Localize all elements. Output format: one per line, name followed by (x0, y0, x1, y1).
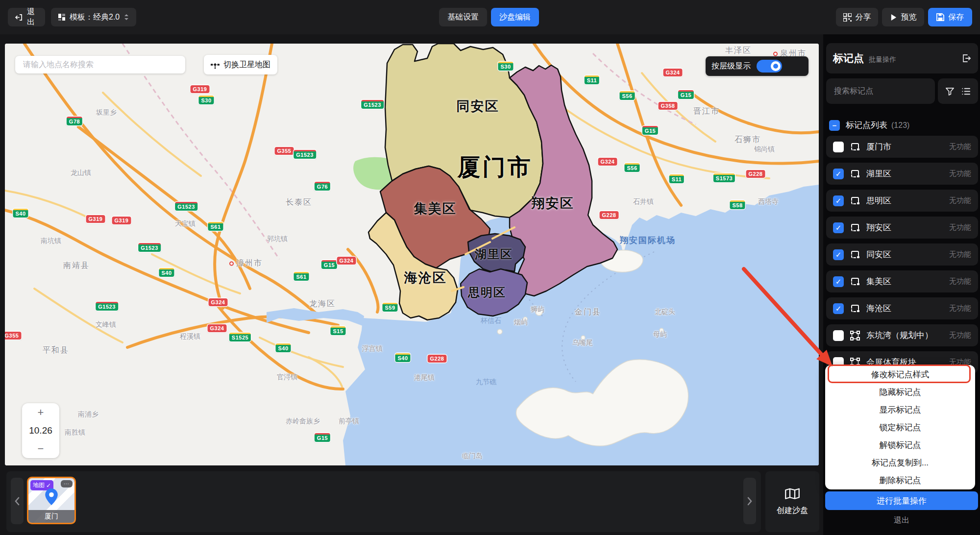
share-button[interactable]: 分享 (836, 8, 878, 26)
layer-toggle: 按层级显示 (706, 56, 808, 76)
map-label: 母屿 (653, 330, 667, 339)
folded-map-icon (785, 488, 800, 501)
tab-sandbox-edit[interactable]: 沙盘编辑 (491, 8, 539, 26)
marker-checkbox[interactable] (833, 330, 844, 341)
strip-next-button[interactable] (743, 478, 756, 524)
road-badge: S40 (275, 343, 291, 352)
map-label: 烟屿 (514, 318, 528, 327)
road-badge: S1573 (713, 173, 735, 182)
select-all-checkbox[interactable]: – (829, 120, 840, 131)
road-badge: G319 (86, 215, 105, 223)
map-canvas[interactable]: 厦门市同安区翔安区集美区海沧区湖里区思明区漳州市泉州市晋江市石狮市丰泽区长泰区南… (5, 44, 819, 465)
layer-toggle-label: 按层级显示 (711, 61, 751, 72)
road-badge: S40 (395, 353, 410, 362)
menu-item[interactable]: 锁定标记点 (825, 418, 975, 436)
zoom-in-button[interactable]: + (38, 407, 44, 418)
sidebar-exit-button[interactable]: 退出 (823, 515, 980, 526)
marker-name: 集美区 (866, 276, 891, 287)
layer-toggle-switch[interactable] (757, 60, 782, 73)
preview-button[interactable]: 预览 (882, 8, 924, 26)
exit-button[interactable]: 退出 (8, 8, 45, 26)
road-badge: S58 (730, 200, 745, 209)
marker-checkbox[interactable]: ✓ (833, 169, 844, 179)
road-badge: S40 (13, 209, 28, 218)
marker-type-icon (850, 222, 860, 233)
template-label: 模板：经典2.0 (70, 12, 120, 23)
sort-arrows-icon (123, 14, 129, 21)
list-view-icon[interactable] (961, 87, 971, 96)
map-search-input[interactable] (15, 56, 185, 73)
menu-item[interactable]: 显示标记点 (825, 401, 975, 418)
map-label: 南坑镇 (41, 237, 61, 245)
menu-item[interactable]: 删除标记点 (825, 471, 975, 489)
marker-function-tag: 无功能 (949, 304, 971, 313)
scene-thumbnail-xiamen[interactable]: 地图✓ ⋯ 厦门 (27, 477, 76, 524)
marker-list-item[interactable]: ✓ 海沧区 无功能 (826, 297, 978, 319)
check-icon: ✓ (46, 482, 51, 489)
map-label: 乌嘴尾 (572, 339, 593, 347)
thumbnail-more-button[interactable]: ⋯ (61, 480, 73, 487)
road-badge: S15 (330, 326, 345, 335)
map-pin-icon (45, 488, 58, 507)
road-badge: S56 (619, 91, 635, 100)
batch-operation-button[interactable]: 进行批量操作 (825, 491, 978, 510)
marker-list-item[interactable]: 东坑湾（规划中） 无功能 (826, 324, 978, 346)
batch-operation-link[interactable]: 批量操作 (869, 55, 896, 64)
marker-list-item[interactable]: ✓ 同安区 无功能 (826, 243, 978, 266)
menu-item[interactable]: 隐藏标记点 (825, 383, 975, 401)
menu-item[interactable]: 解锁标记点 (825, 436, 975, 454)
marker-list-item[interactable]: ✓ 翔安区 无功能 (826, 217, 978, 239)
marker-name: 厦门市 (866, 141, 891, 152)
marker-list-item[interactable]: ✓ 湖里区 无功能 (826, 163, 978, 185)
marker-checkbox[interactable]: ✓ (833, 249, 844, 260)
map-label: 丰泽区 (725, 46, 752, 56)
chevron-right-icon (747, 497, 753, 506)
sidebar-header: 标记点 批量操作 (826, 43, 978, 73)
road-badge: G355 (275, 147, 294, 155)
city-marker-icon (773, 52, 778, 56)
road-badge: G1523 (96, 302, 118, 311)
marker-name: 海沧区 (866, 303, 891, 314)
road-badge: G15 (642, 126, 658, 135)
share-label: 分享 (856, 12, 871, 23)
road-badge: S61 (294, 272, 309, 281)
create-sandbox-button[interactable]: 创建沙盘 (765, 471, 819, 532)
template-select[interactable]: 模板：经典2.0 (51, 8, 136, 26)
map-label: 翔安区 (532, 195, 574, 212)
map-label: 临门岛 (462, 452, 483, 461)
play-icon (890, 14, 897, 21)
marker-function-tag: 无功能 (949, 331, 971, 340)
zoom-out-button[interactable]: − (38, 443, 44, 454)
road-badge: S40 (159, 268, 174, 277)
filter-icon[interactable] (945, 87, 955, 96)
satellite-toggle-button[interactable]: 切换卫星地图 (204, 55, 277, 74)
marker-list-item[interactable]: 厦门市 无功能 (826, 136, 978, 158)
marker-checkbox[interactable]: ✓ (833, 222, 844, 233)
map-label: 翔安国际机场 (620, 235, 676, 246)
map-label: 狮屿 (531, 305, 544, 314)
marker-type-icon (850, 142, 860, 152)
marker-checkbox[interactable]: ✓ (833, 195, 844, 206)
map-label: 思明区 (468, 285, 506, 300)
map-label: 石井镇 (633, 197, 654, 206)
marker-checkbox[interactable]: ✓ (833, 276, 844, 287)
sidebar-tools (938, 78, 978, 104)
tab-basic-settings[interactable]: 基础设置 (439, 8, 487, 26)
marker-checkbox[interactable]: ✓ (833, 303, 844, 314)
strip-prev-button[interactable] (11, 478, 24, 524)
map-label: 官浔镇 (277, 373, 297, 382)
export-icon[interactable] (961, 53, 971, 63)
marker-checkbox[interactable] (833, 142, 844, 152)
menu-item[interactable]: 标记点复制到... (825, 454, 975, 471)
map-label: 北碇头 (655, 308, 675, 316)
road-badge: S56 (624, 163, 639, 172)
save-button[interactable]: 保存 (928, 8, 972, 26)
marker-function-tag: 无功能 (949, 223, 971, 232)
marker-list-item[interactable]: ✓ 思明区 无功能 (826, 190, 978, 212)
create-sandbox-label: 创建沙盘 (777, 506, 808, 516)
marker-sidebar: 标记点 批量操作 – 标记点列表 (123) 厦门市 无功能 ✓ 湖里区 (823, 34, 980, 535)
marker-list-item[interactable]: ✓ 集美区 无功能 (826, 270, 978, 292)
marker-search-input[interactable] (826, 78, 935, 104)
road-badge: S11 (585, 75, 599, 84)
menu-item-modify-marker-style[interactable]: 修改标记点样式 (825, 365, 975, 383)
